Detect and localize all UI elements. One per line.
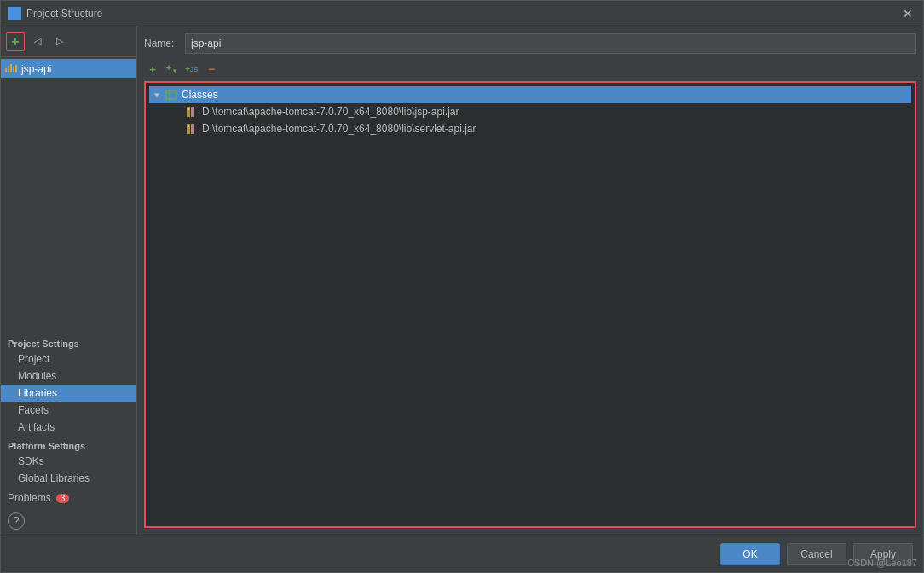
nav-forward-button[interactable]: ▷	[50, 32, 69, 51]
sidebar-item-global-libraries[interactable]: Global Libraries	[1, 470, 136, 487]
jar-path-1: D:\tomcat\apache-tomcat-7.0.70_x64_8080\…	[202, 106, 459, 118]
svg-rect-7	[13, 67, 14, 72]
library-tree: ▼ Classes	[144, 81, 916, 528]
problems-label: Problems	[8, 492, 51, 504]
svg-rect-14	[188, 108, 189, 110]
sidebar-item-project[interactable]: Project	[1, 350, 136, 368]
classes-toolbar: + +▼ +JS −	[144, 61, 916, 78]
app-icon	[8, 7, 21, 20]
jar-icon-2	[185, 122, 199, 136]
sidebar-bottom-area: ?	[1, 509, 136, 535]
svg-rect-9	[166, 90, 176, 99]
classes-icon	[165, 88, 178, 101]
svg-rect-1	[15, 9, 20, 13]
sidebar: + ◁ ▷	[1, 26, 137, 535]
watermark: CSDN @Leo187	[847, 558, 917, 568]
add-sources-button[interactable]: +▼	[164, 61, 181, 78]
classes-node-label: Classes	[182, 89, 218, 101]
svg-rect-3	[15, 14, 20, 19]
nav-back-button[interactable]: ◁	[28, 32, 47, 51]
add-js-button[interactable]: +JS	[183, 61, 200, 78]
sidebar-item-artifacts[interactable]: Artifacts	[1, 419, 136, 436]
svg-rect-8	[15, 65, 17, 72]
svg-rect-4	[5, 68, 7, 72]
cancel-button[interactable]: Cancel	[787, 543, 846, 565]
name-label: Name:	[144, 38, 178, 49]
tree-node-jsp-api-jar[interactable]: D:\tomcat\apache-tomcat-7.0.70_x64_8080\…	[149, 103, 911, 120]
svg-rect-0	[9, 9, 14, 13]
svg-rect-15	[187, 124, 190, 134]
sidebar-item-modules[interactable]: Modules	[1, 368, 136, 385]
project-structure-dialog: Project Structure ✕ + ◁ ▷	[0, 0, 924, 573]
ok-button[interactable]: OK	[720, 543, 780, 565]
jar-icon-1	[185, 105, 199, 119]
jar-path-2: D:\tomcat\apache-tomcat-7.0.70_x64_8080\…	[202, 123, 476, 135]
right-panel: Name: + +▼ +JS −	[137, 26, 923, 535]
svg-rect-6	[10, 64, 12, 72]
library-icon	[4, 61, 18, 76]
platform-settings-label: Platform Settings	[1, 436, 136, 453]
library-item-label: jsp-api	[21, 63, 51, 75]
sidebar-item-sdks[interactable]: SDKs	[1, 453, 136, 470]
tree-node-classes[interactable]: ▼ Classes	[149, 86, 911, 103]
sidebar-toolbar: + ◁ ▷	[1, 26, 136, 57]
project-settings-label: Project Settings	[1, 333, 136, 350]
close-button[interactable]: ✕	[899, 5, 916, 22]
tree-node-servlet-api-jar[interactable]: D:\tomcat\apache-tomcat-7.0.70_x64_8080\…	[149, 120, 911, 137]
sidebar-item-libraries[interactable]: Libraries	[1, 385, 136, 402]
library-item-jsp-api[interactable]: jsp-api	[1, 59, 136, 78]
problems-section: Problems 3	[1, 487, 136, 509]
remove-classes-button[interactable]: −	[203, 61, 220, 78]
svg-rect-5	[8, 66, 9, 72]
svg-rect-16	[191, 124, 194, 134]
help-button[interactable]: ?	[8, 512, 25, 530]
name-row: Name:	[144, 33, 916, 54]
title-bar: Project Structure ✕	[1, 1, 923, 26]
problems-badge: 3	[56, 494, 70, 503]
main-content: + ◁ ▷	[1, 26, 923, 535]
sidebar-item-facets[interactable]: Facets	[1, 402, 136, 419]
svg-rect-2	[9, 14, 14, 19]
add-library-button[interactable]: +	[6, 32, 25, 51]
library-list: jsp-api	[1, 57, 136, 330]
bottom-bar: OK Cancel Apply	[1, 535, 923, 572]
nav-sections: Project Settings Project Modules Librari…	[1, 333, 136, 487]
name-input[interactable]	[185, 33, 916, 54]
svg-rect-13	[191, 107, 194, 117]
svg-rect-17	[188, 125, 189, 127]
add-classes-button[interactable]: +	[144, 61, 161, 78]
svg-rect-12	[187, 107, 190, 117]
title-bar-text: Project Structure	[26, 8, 899, 20]
expand-icon: ▼	[153, 90, 165, 100]
